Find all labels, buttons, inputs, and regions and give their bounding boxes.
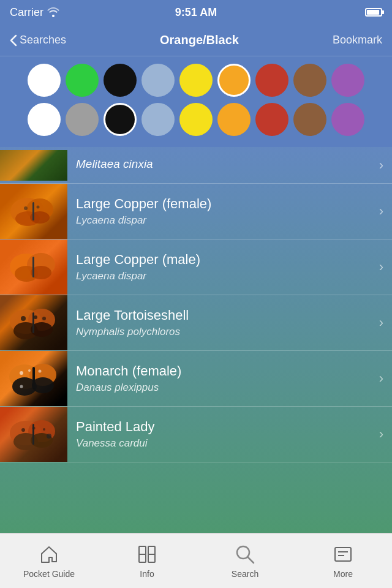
svg-point-24 <box>20 371 23 375</box>
status-time: 9:51 AM <box>175 6 217 19</box>
battery-indicator <box>365 8 382 17</box>
butterfly-thumbnail <box>0 184 67 239</box>
color-light-blue[interactable] <box>141 64 175 97</box>
tab-label: Info <box>140 569 154 579</box>
bookmark-button[interactable]: Bookmark <box>333 34 382 47</box>
svg-point-25 <box>28 369 31 372</box>
butterfly-svg <box>6 184 61 239</box>
tab-label: More <box>333 569 353 579</box>
item-name: Painted Lady <box>76 419 371 435</box>
home-icon <box>38 543 60 565</box>
color-yellow[interactable] <box>179 64 213 97</box>
svg-line-43 <box>247 557 254 563</box>
color-gray[interactable] <box>66 103 99 136</box>
nav-title: Orange/Black <box>160 33 239 47</box>
butterfly-thumbnail <box>0 295 67 350</box>
list-item[interactable]: Large Copper (female) Lycaena dispar › <box>0 184 392 239</box>
back-button[interactable]: Searches <box>10 34 66 47</box>
item-name: Large Copper (male) <box>76 252 371 268</box>
svg-point-16 <box>21 316 26 321</box>
svg-point-5 <box>37 206 40 209</box>
item-content: Painted Lady Vanessa cardui <box>67 412 379 457</box>
color-red[interactable] <box>255 64 288 97</box>
search-icon <box>234 543 256 565</box>
tab-label: Pocket Guide <box>23 569 75 579</box>
chevron-right-icon: › <box>379 426 392 442</box>
color-red-2[interactable] <box>255 103 288 136</box>
item-content: Large Copper (female) Lycaena dispar <box>67 189 379 234</box>
chevron-right-icon: › <box>379 157 392 173</box>
butterfly-svg <box>6 239 61 295</box>
item-latin: Lycaena dispar <box>76 270 371 282</box>
status-bar: Carrier 9:51 AM <box>0 0 392 24</box>
color-picker <box>0 56 392 147</box>
chevron-right-icon: › <box>379 315 392 331</box>
book-icon <box>136 543 158 565</box>
butterfly-thumbnail <box>0 150 67 181</box>
more-icon <box>332 543 354 565</box>
item-content: Large Tortoiseshell Nymphalis polychloro… <box>67 300 379 345</box>
svg-point-36 <box>47 434 51 439</box>
tab-search[interactable]: Search <box>196 537 294 585</box>
color-white-2[interactable] <box>28 103 61 136</box>
svg-rect-11 <box>32 257 34 277</box>
item-latin: Nymphalis polychloros <box>76 326 371 338</box>
butterfly-svg <box>6 407 61 462</box>
butterfly-svg <box>6 351 61 406</box>
color-green[interactable] <box>66 64 99 97</box>
item-name: Monarch (female) <box>76 363 371 379</box>
color-black[interactable] <box>104 64 137 97</box>
svg-point-35 <box>43 428 45 431</box>
chevron-right-icon: › <box>379 259 392 275</box>
list-item[interactable]: Painted Lady Vanessa cardui › <box>0 407 392 462</box>
svg-point-26 <box>39 370 42 373</box>
color-purple-2[interactable] <box>331 103 364 136</box>
item-name: Large Copper (female) <box>76 196 371 212</box>
color-purple[interactable] <box>331 64 364 97</box>
color-row-2 <box>6 103 386 136</box>
item-name: Melitaea cinxia <box>76 157 371 171</box>
tab-more[interactable]: More <box>294 537 392 585</box>
butterfly-thumbnail <box>0 239 67 295</box>
color-black-selected[interactable] <box>104 103 137 136</box>
svg-rect-6 <box>32 202 34 221</box>
butterfly-thumbnail <box>0 351 67 406</box>
butterfly-list: Melitaea cinxia › <box>0 147 392 533</box>
color-white[interactable] <box>28 64 61 97</box>
main-content: Melitaea cinxia › <box>0 56 392 533</box>
back-chevron-icon <box>10 34 17 47</box>
color-orange-2[interactable] <box>217 103 251 136</box>
item-latin: Danaus plexippus <box>76 382 371 394</box>
tab-bar: Pocket Guide Info Search <box>0 533 392 588</box>
item-latin: Vanessa cardui <box>76 437 371 450</box>
svg-point-23 <box>32 377 54 393</box>
tab-info[interactable]: Info <box>98 537 196 585</box>
color-orange-selected[interactable] <box>217 64 251 97</box>
color-brown-2[interactable] <box>293 103 326 136</box>
svg-point-27 <box>20 385 23 388</box>
list-item[interactable]: Monarch (female) Danaus plexippus › <box>0 351 392 407</box>
item-content: Large Copper (male) Lycaena dispar <box>67 244 379 290</box>
color-brown[interactable] <box>293 64 326 97</box>
list-item[interactable]: Melitaea cinxia › <box>0 147 392 184</box>
item-name: Large Tortoiseshell <box>76 307 371 323</box>
svg-rect-37 <box>32 424 34 445</box>
chevron-right-icon: › <box>379 203 392 219</box>
svg-rect-44 <box>335 548 351 561</box>
item-content: Monarch (female) Danaus plexippus <box>67 356 379 401</box>
svg-point-18 <box>42 317 46 320</box>
wifi-icon <box>47 7 59 17</box>
list-item[interactable]: Large Copper (male) Lycaena dispar › <box>0 239 392 295</box>
item-latin: Lycaena dispar <box>76 214 371 227</box>
butterfly-thumbnail <box>0 407 67 462</box>
item-content: Melitaea cinxia <box>67 150 379 181</box>
svg-point-33 <box>21 428 25 432</box>
list-item[interactable]: Large Tortoiseshell Nymphalis polychloro… <box>0 295 392 351</box>
carrier-label: Carrier <box>10 6 59 19</box>
tab-label: Search <box>232 569 258 579</box>
color-light-blue-2[interactable] <box>141 103 175 136</box>
svg-point-4 <box>24 206 28 210</box>
color-row-1 <box>6 64 386 97</box>
tab-pocket-guide[interactable]: Pocket Guide <box>0 537 98 585</box>
color-yellow-2[interactable] <box>179 103 213 136</box>
